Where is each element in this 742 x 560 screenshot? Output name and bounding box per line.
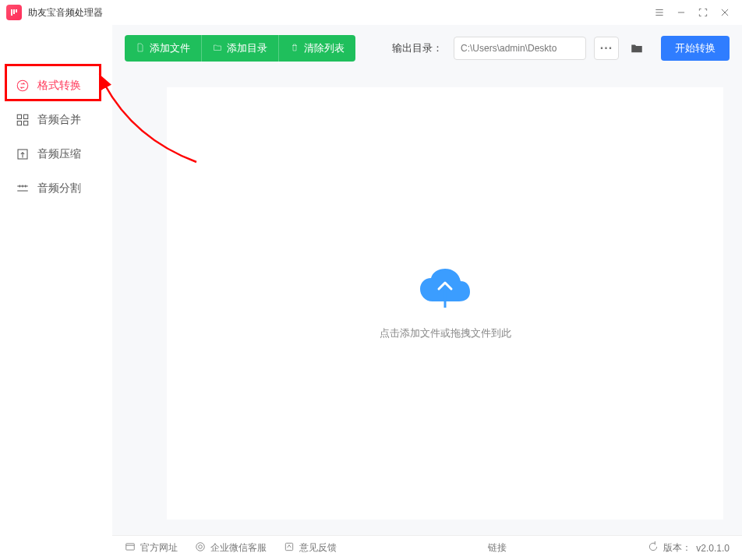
refresh-icon (648, 541, 659, 555)
sidebar: 格式转换 音频合并 音频压缩 音频分割 (0, 25, 112, 535)
output-dir-label: 输出目录： (392, 41, 443, 55)
minimize-icon (676, 7, 687, 18)
sidebar-item-audio-split[interactable]: 音频分割 (0, 171, 112, 206)
version-value: v2.0.1.0 (696, 543, 730, 554)
sidebar-item-audio-compress[interactable]: 音频压缩 (0, 137, 112, 171)
start-convert-button[interactable]: 开始转换 (661, 36, 730, 61)
footer-label: 企业微信客服 (210, 541, 267, 555)
feedback-icon (284, 541, 295, 555)
content-area: 点击添加文件或拖拽文件到此 (112, 72, 742, 535)
footer: 官方网址 企业微信客服 意见反馈 链接 版本： v2.0.1.0 (112, 535, 742, 560)
feedback-link[interactable]: 意见反馈 (284, 541, 337, 555)
official-site-link[interactable]: 官方网址 (125, 541, 178, 555)
main-area: 添加文件 添加目录 清除列表 输出目录： C:\Users\admin\Desk… (112, 25, 742, 535)
footer-label: 官方网址 (140, 541, 178, 555)
svg-rect-12 (17, 122, 21, 125)
maximize-icon (698, 7, 708, 18)
footer-label: 意见反馈 (299, 541, 337, 555)
svg-rect-20 (126, 544, 135, 550)
sidebar-item-format-convert[interactable]: 格式转换 (0, 69, 112, 103)
svg-point-22 (196, 543, 205, 551)
maximize-button[interactable] (692, 2, 714, 23)
svg-rect-1 (13, 9, 15, 14)
svg-rect-11 (24, 114, 28, 118)
sidebar-label: 音频分割 (37, 181, 81, 195)
sidebar-item-audio-merge[interactable]: 音频合并 (0, 103, 112, 137)
dropzone[interactable]: 点击添加文件或拖拽文件到此 (167, 87, 723, 519)
version-info[interactable]: 版本： v2.0.1.0 (648, 541, 730, 555)
sidebar-label: 音频压缩 (37, 147, 81, 161)
output-dir-path[interactable]: C:\Users\admin\Deskto (454, 37, 586, 60)
btn-label: 添加目录 (227, 41, 267, 55)
convert-icon (16, 79, 30, 93)
website-icon (125, 541, 136, 555)
toolbar: 添加文件 添加目录 清除列表 输出目录： C:\Users\admin\Desk… (112, 25, 742, 72)
file-action-group: 添加文件 添加目录 清除列表 (125, 35, 355, 62)
output-more-button[interactable]: ··· (594, 37, 619, 60)
version-label: 版本： (663, 541, 691, 555)
svg-point-9 (17, 80, 28, 91)
app-title: 助友宝音频处理器 (28, 6, 103, 19)
folder-open-icon (630, 41, 644, 55)
support-icon (195, 541, 206, 555)
btn-label: 添加文件 (150, 41, 190, 55)
sidebar-label: 音频合并 (37, 113, 81, 127)
svg-rect-0 (11, 9, 12, 16)
btn-label: 清除列表 (304, 41, 344, 55)
add-folder-button[interactable]: 添加目录 (201, 35, 278, 62)
link-label: 链接 (488, 541, 507, 555)
hamburger-icon (654, 7, 665, 18)
close-icon (719, 7, 730, 18)
clear-list-button[interactable]: 清除列表 (278, 35, 355, 62)
open-folder-button[interactable] (627, 37, 647, 60)
footer-label: 链接 (488, 541, 507, 555)
app-logo-icon (6, 5, 22, 20)
svg-rect-24 (285, 543, 292, 550)
svg-rect-2 (16, 9, 17, 12)
folder-icon (213, 43, 222, 55)
merge-icon (16, 113, 30, 127)
svg-point-23 (199, 545, 203, 549)
cloud-upload-icon (417, 267, 473, 314)
svg-rect-10 (17, 114, 21, 118)
trash-icon (290, 43, 299, 55)
minimize-button[interactable] (670, 2, 692, 23)
wechat-support-link[interactable]: 企业微信客服 (195, 541, 267, 555)
dropzone-text: 点击添加文件或拖拽文件到此 (380, 326, 511, 340)
compress-icon (16, 147, 30, 161)
sidebar-label: 格式转换 (37, 79, 81, 93)
menu-button[interactable] (648, 2, 670, 23)
split-icon (16, 181, 30, 195)
add-file-button[interactable]: 添加文件 (125, 35, 201, 62)
titlebar: 助友宝音频处理器 (0, 0, 742, 25)
close-button[interactable] (714, 2, 736, 23)
svg-rect-13 (24, 122, 28, 125)
file-icon (136, 43, 145, 55)
